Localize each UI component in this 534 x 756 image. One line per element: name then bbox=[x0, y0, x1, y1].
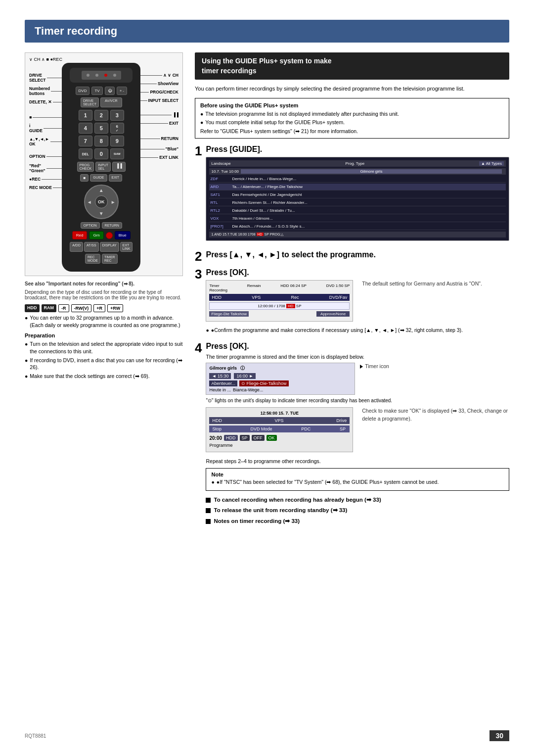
prep-bullet-1: ● Turn on the television and select the … bbox=[25, 340, 183, 355]
key-showview[interactable]: SHW bbox=[110, 148, 124, 159]
page-title: Timer recording bbox=[25, 20, 509, 43]
bullet-note-1: ● You can enter up to 32 programmes up t… bbox=[25, 314, 183, 329]
note-box: Note ● ●If "NTSC" has been selected for … bbox=[206, 468, 509, 491]
remote-note2: Depending on the type of disc used for r… bbox=[25, 289, 183, 300]
remote-note: See also "Important notes for recording"… bbox=[25, 281, 183, 286]
key-3[interactable]: 3 bbox=[110, 110, 124, 121]
step-2: 2 Press [▲, ▼, ◄, ►] to select the progr… bbox=[195, 250, 509, 263]
timer-icon-label-note: Timer icon bbox=[360, 363, 509, 371]
remote-body: DVD TV ⏻ +- DRIVESELECT AV/VCR 1 bbox=[62, 63, 140, 272]
remote-illustration: ∨ CH ∧ ■ ●REC DRIVESELECT Numberedbutton… bbox=[25, 52, 183, 276]
summary-item-2: To release the unit from recording stand… bbox=[206, 506, 509, 515]
step4-note: The timer programme is stored and the ti… bbox=[206, 354, 509, 360]
section-intro: You can perform timer recordings by simp… bbox=[195, 85, 509, 93]
step-1: 1 Press [GUIDE]. Landscape Prog. Type ▲ … bbox=[195, 144, 509, 245]
step-3: 3 Press [OK]. TimerRecording Remain HDD … bbox=[195, 268, 509, 336]
step3-confirm-note: ● ●Confirm the programme and make correc… bbox=[206, 327, 509, 334]
key-2[interactable]: 2 bbox=[94, 110, 108, 121]
repeat-note: Repeat steps 2–4 to programme other reco… bbox=[206, 458, 509, 464]
key-delete[interactable]: DEL bbox=[79, 148, 92, 159]
summary-section: To cancel recording when recording has a… bbox=[206, 496, 509, 525]
key-5[interactable]: 5 bbox=[94, 123, 108, 134]
guide-screen: Landscape Prog. Type ▲ All Types 10.7. T… bbox=[206, 157, 509, 241]
ch-indicator: ∨ CH ∧ ■ ●REC bbox=[29, 57, 178, 62]
key-8[interactable]: 8 bbox=[94, 136, 108, 146]
key-4[interactable]: 4 bbox=[79, 123, 92, 134]
rec-screen: TimerRecording Remain HDD 06:24 SP DVD 1… bbox=[206, 280, 353, 322]
key-7[interactable]: 7 bbox=[79, 136, 92, 146]
ok-screen: 12:56:00 15. 7. TUE HDD VPS Drive Stop D… bbox=[206, 407, 353, 452]
remote-right-labels: ∧ ∨ CH ShowView PROG/CHECK INPUT SE bbox=[140, 63, 178, 161]
page-number: 30 bbox=[490, 730, 509, 741]
key-6[interactable]: 6✓ bbox=[110, 123, 124, 134]
key-1[interactable]: 1 bbox=[79, 110, 92, 121]
section-heading: Using the GUIDE Plus+ system to make tim… bbox=[195, 52, 509, 80]
page-footer: RQT8881 30 bbox=[25, 730, 509, 741]
before-refer: Refer to "GUIDE Plus+ system settings" (… bbox=[200, 128, 504, 134]
standby-note: "⊙" lights on the unit's display to indi… bbox=[206, 398, 509, 403]
nav-circle[interactable]: ▲ ▼ ◄ ► OK bbox=[84, 185, 119, 219]
step3-right-note: The default setting for Germany and Aust… bbox=[362, 280, 509, 288]
ok-right-note: Check to make sure "OK" is displayed (➡ … bbox=[362, 407, 509, 423]
key-0[interactable]: 0 bbox=[94, 148, 108, 159]
remote-left-labels: DRIVESELECT Numberedbuttons DELETE, ✕ bbox=[29, 63, 62, 190]
key-9[interactable]: 9 bbox=[110, 136, 124, 146]
note-bullet: ● ●If "NTSC" has been selected for "TV S… bbox=[211, 478, 504, 486]
timer-icon-display: Gilmore girls ⓘ ◄ 15:30 16:00 ► Abenteue… bbox=[206, 363, 355, 395]
before-bullet-2: ● You must complete initial setup for th… bbox=[200, 119, 504, 126]
hdd-badges: HDD RAM -R -RW(V) +R +RW bbox=[25, 304, 183, 312]
step-4: 4 Press [OK]. The timer programme is sto… bbox=[195, 341, 509, 527]
rec-button[interactable] bbox=[106, 232, 113, 239]
preparation-section: Preparation ● Turn on the television and… bbox=[25, 332, 183, 379]
summary-item-1: To cancel recording when recording has a… bbox=[206, 496, 509, 504]
before-bullet-1: ● The television programme list is not d… bbox=[200, 110, 504, 118]
prep-bullet-2: ● If recording to DVD, insert a disc tha… bbox=[25, 357, 183, 371]
prep-bullet-3: ● Make sure that the clock settings are … bbox=[25, 373, 183, 380]
before-using-box: Before using the GUIDE Plus+ system ● Th… bbox=[195, 98, 509, 139]
summary-item-3: Notes on timer recording (➡ 33) bbox=[206, 517, 509, 525]
ok-button[interactable]: OK bbox=[95, 195, 108, 208]
